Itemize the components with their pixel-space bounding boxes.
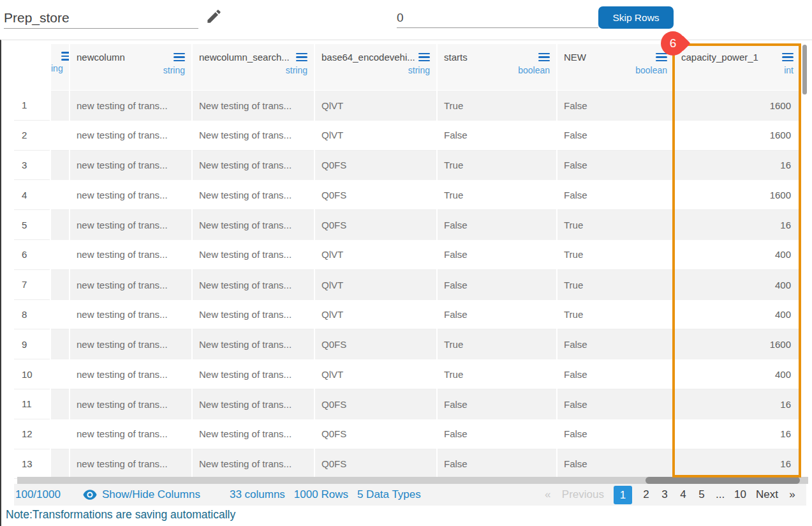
table-cell: False [438,210,556,240]
column-header-clipped[interactable]: ing [51,44,69,90]
column-header-capacity_power_1[interactable]: capacity_power_1int [675,44,800,90]
dataset-name-input[interactable] [4,7,198,29]
table-cell: False [438,121,556,151]
column-header-base64_encode[interactable]: base64_encodevehi...string [315,44,436,90]
table-cell [51,210,69,240]
table-cell: new testing of trans... [70,449,191,479]
table-cell: Q0FS [315,151,436,181]
row-number-cell: 11 [14,389,50,419]
table-cell: False [557,449,674,479]
table-cell: New testing of trans... [193,329,314,359]
table-cell: New testing of trans... [193,449,314,479]
column-menu-icon[interactable] [538,53,550,62]
column-type-label: int [675,63,800,75]
table-cell: QlVT [315,300,436,330]
column-menu-icon[interactable] [782,53,794,62]
vertical-scrollbar-thumb[interactable] [802,45,807,94]
column-type-label: string [193,63,314,75]
column-name: NEW [564,52,586,63]
show-hide-columns-button[interactable]: Show/Hide Columns [83,488,200,501]
eye-icon [83,490,97,500]
column-type-label: ing [51,61,69,73]
data-grid: ingnewcolumnstringnewcolumn_search...str… [0,40,812,526]
table-cell [51,270,69,300]
column-menu-icon[interactable] [296,53,307,62]
table-cell [51,300,69,330]
table-cell: New testing of trans... [193,91,314,121]
skip-rows-input[interactable] [397,8,598,28]
table-cell: False [557,359,674,389]
row-number-cell: 10 [14,359,50,389]
page--[interactable]: ... [716,488,725,501]
table-cell: True [438,91,556,121]
row-number-cell: 8 [14,300,50,330]
table-row: 12new testing of trans...New testing of … [14,419,800,449]
column-menu-icon[interactable] [656,53,667,62]
table-cell: new testing of trans... [70,210,191,240]
column-header-newcolumn_search[interactable]: newcolumn_search...string [193,44,314,90]
page-2[interactable]: 2 [642,488,651,501]
column-name: newcolumn_search... [199,52,290,63]
column-name: newcolumn [77,52,125,63]
page-5[interactable]: 5 [697,488,706,501]
table-cell [51,419,69,449]
page--[interactable]: » [788,488,797,501]
table-stats: 33 columns1000 Rows5 Data Types [230,488,421,501]
table-cell: Q0FS [315,389,436,419]
table-cell: 16 [675,449,800,479]
row-number-cell: 9 [14,329,50,359]
page-next[interactable]: Next [756,488,778,501]
table-cell: New testing of trans... [193,121,314,151]
page-10[interactable]: 10 [734,488,746,501]
table-cell: 16 [675,419,800,449]
table-cell: 400 [675,240,800,270]
table-cell: True [438,329,556,359]
table-row: 11new testing of trans...New testing of … [14,389,800,419]
table-cell: False [438,240,556,270]
table-cell: False [557,121,674,151]
column-header-newcolumn[interactable]: newcolumnstring [70,44,191,90]
table-cell: 400 [675,300,800,330]
table-footer: 100/1000 Show/Hide Columns 33 columns100… [14,484,806,506]
table-cell: 1600 [675,91,800,121]
table-cell: new testing of trans... [70,180,191,210]
table-cell: QlVT [315,91,436,121]
table-cell: True [438,359,556,389]
table-cell: 400 [675,270,800,300]
table-cell: new testing of trans... [70,359,191,389]
table-cell [51,91,69,121]
table-cell: False [438,389,556,419]
table-cell: new testing of trans... [70,270,191,300]
table-cell: True [557,300,674,330]
table-cell: QlVT [315,121,436,151]
column-menu-icon[interactable] [418,53,430,62]
row-number-cell: 1 [14,91,50,121]
step-badge: 6 [661,31,685,56]
page-1[interactable]: 1 [614,486,632,504]
page-4[interactable]: 4 [679,488,688,501]
skip-rows-button[interactable]: Skip Rows [598,6,674,29]
table-cell: Q0FS [315,180,436,210]
table-row: 6new testing of trans...New testing of t… [14,240,800,270]
table-cell [51,151,69,181]
table-cell: False [557,91,674,121]
show-hide-columns-label: Show/Hide Columns [102,488,200,501]
edit-dataset-name-button[interactable] [203,7,224,27]
horizontal-scrollbar-track[interactable] [17,477,808,484]
table-cell: New testing of trans... [193,419,314,449]
column-header-new[interactable]: NEWboolean [557,44,674,90]
table-row: 2new testing of trans...New testing of t… [14,121,800,151]
column-name: starts [444,52,468,63]
page-previous[interactable]: Previous [562,488,604,501]
column-header-starts[interactable]: startsboolean [438,44,556,90]
horizontal-scrollbar-thumb[interactable] [646,477,800,484]
table-cell: Q0FS [315,210,436,240]
column-menu-icon[interactable] [61,52,69,61]
page-3[interactable]: 3 [660,488,669,501]
column-menu-icon[interactable] [173,53,185,62]
pencil-icon [205,17,223,27]
page--[interactable]: « [543,488,552,501]
table-cell: False [557,389,674,419]
table-cell: 1600 [675,180,800,210]
table-cell: False [557,419,674,449]
